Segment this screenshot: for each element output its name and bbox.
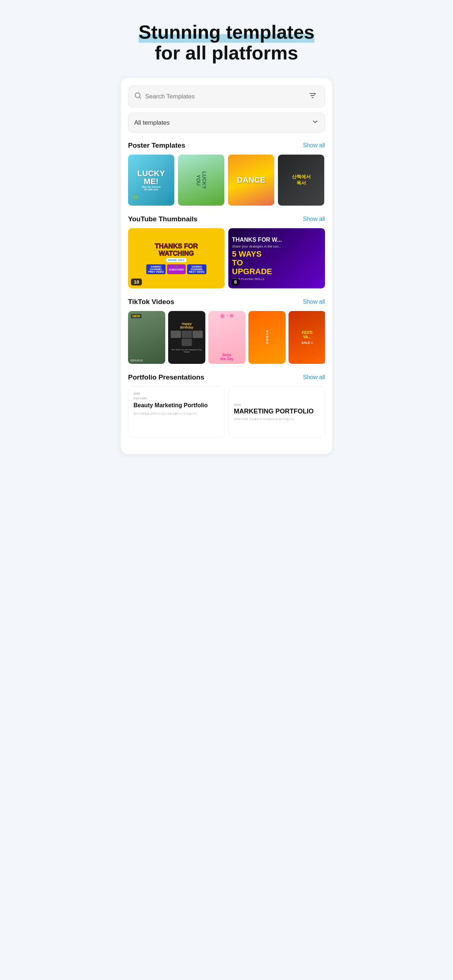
poster-card-2[interactable]: LUCKYYOU	[178, 154, 224, 205]
youtube-card-2[interactable]: THANKS FOR W... Share your strategies in…	[228, 228, 325, 288]
portfolio-section-title: Portfolio Presentations	[128, 373, 204, 381]
pp2-year: 20XX	[234, 403, 319, 407]
poster-section-header: Poster Templates Show all	[128, 142, 325, 150]
pp1-subtitle: 뷰티 마케팅을 공부하고 있는 대학교를 다니고 있습니다.	[134, 412, 219, 415]
pp1-name: KIM MIRI	[134, 397, 219, 400]
youtube-section-header: YouTube Thumbnails Show all	[128, 215, 325, 223]
tiktok-card-2[interactable]: HappyBirthday We Wish You the Happiest D…	[168, 311, 205, 364]
hero-section: Stunning templates for all platforms	[113, 0, 340, 75]
poster-2-label: LUCKYYOU	[196, 171, 207, 189]
poster-row: LUCKYME! May the fortunebe with you 🍀 LU…	[128, 154, 325, 205]
hero-plain: for all platforms	[155, 42, 298, 64]
tiktok-section: TikTok Videos Show all NEW 2024.02.01 Ha…	[128, 298, 325, 364]
tiktok-card-5[interactable]: FESTIVA... SALE »	[289, 311, 325, 364]
yt2-big: 5 WAYSTOUPGRADE	[232, 250, 272, 276]
poster-show-all-button[interactable]: Show all	[303, 142, 325, 149]
portfolio-card-1[interactable]: 2020 KIM MIRI Beauty Marketing Portfolio…	[128, 387, 225, 438]
tiktok-section-header: TikTok Videos Show all	[128, 298, 325, 306]
yt2-badge: 8	[231, 278, 239, 285]
youtube-card-1[interactable]: THANKS FORWATCHING MORE VIDS GAMINGCHANN…	[128, 228, 225, 288]
tt2-title: HappyBirthday	[180, 322, 194, 329]
search-icon	[134, 92, 142, 101]
yt1-badge: 10	[131, 278, 142, 285]
yt1-title: THANKS FORWATCHING	[155, 243, 198, 258]
poster-templates-section: Poster Templates Show all LUCKYME! May t…	[128, 142, 325, 205]
tt5-sale: SALE »	[301, 341, 313, 345]
hero-highlight: Stunning templates	[139, 22, 314, 43]
hero-title: Stunning templates for all platforms	[124, 22, 329, 64]
svg-point-5	[314, 93, 316, 95]
yt1-box2: 🎮SUBSCRIBE	[167, 264, 186, 274]
pp1-title: Beauty Marketing Portfolio	[134, 402, 219, 409]
youtube-row: THANKS FORWATCHING MORE VIDS GAMINGCHANN…	[128, 228, 325, 288]
tt1-badge: NEW	[131, 314, 142, 318]
portfolio-card-2[interactable]: 20XX MARKETING PORTFOLIO 20XX 마케팅 포트폴리오 …	[228, 387, 325, 438]
yt1-box3: GAMINGCHANNELNEXT VIDEO	[187, 264, 206, 274]
tiktok-card-3[interactable]: Seizethe Day	[208, 311, 246, 364]
chevron-down-icon	[311, 118, 319, 127]
poster-3-label: DANCE	[237, 175, 265, 185]
search-bar[interactable]	[128, 85, 325, 108]
poster-4-label: 산책에서독서	[292, 174, 311, 186]
portfolio-section: Portfolio Presentations Show all 2020 KI…	[128, 373, 325, 438]
tiktok-section-title: TikTok Videos	[128, 298, 174, 306]
template-dropdown[interactable]: All templates	[128, 113, 325, 133]
poster-card-4[interactable]: 산책에서독서	[278, 154, 324, 205]
tt1-date: 2024.02.01	[130, 359, 143, 362]
youtube-show-all-button[interactable]: Show all	[303, 216, 325, 223]
poster-card-3[interactable]: DANCE	[228, 154, 274, 205]
tiktok-card-4[interactable]: RANDO	[248, 311, 286, 364]
yt2-subtitle: Share your strategies in the con...	[232, 245, 281, 248]
poster-section-title: Poster Templates	[128, 142, 185, 150]
youtube-section: YouTube Thumbnails Show all THANKS FORWA…	[128, 215, 325, 288]
tiktok-show-all-button[interactable]: Show all	[303, 299, 325, 305]
yt1-box1: GAMINGCHANNELPREV VIDEO	[146, 264, 166, 274]
poster-card-1[interactable]: LUCKYME! May the fortunebe with you 🍀	[128, 154, 174, 205]
dropdown-label: All templates	[134, 119, 170, 127]
filter-button[interactable]	[306, 91, 319, 102]
tt4-text: RANDO	[266, 330, 269, 345]
svg-line-1	[139, 97, 141, 99]
yt1-subtitle: MORE VIDS	[166, 258, 187, 262]
tt2-date: We Wish You the Happiest Day Today!	[170, 348, 203, 353]
portfolio-show-all-button[interactable]: Show all	[303, 374, 325, 380]
tt5-title: FESTIVA...	[302, 331, 312, 339]
portfolio-section-header: Portfolio Presentations Show all	[128, 373, 325, 381]
tiktok-row: NEW 2024.02.01 HappyBirthday We Wish You…	[128, 311, 325, 364]
pp2-title: MARKETING PORTFOLIO	[234, 408, 319, 415]
youtube-section-title: YouTube Thumbnails	[128, 215, 197, 223]
pp1-year: 2020	[134, 392, 219, 395]
search-input[interactable]	[145, 93, 306, 100]
tt3-text: Seizethe Day	[220, 353, 233, 361]
main-card: All templates Poster Templates Show all …	[121, 78, 332, 454]
tiktok-card-1[interactable]: NEW 2024.02.01	[128, 311, 165, 364]
yt2-title: THANKS FOR W...	[232, 236, 282, 243]
portfolio-row: 2020 KIM MIRI Beauty Marketing Portfolio…	[128, 387, 325, 438]
pp2-subtitle: 20XX 마케팅 포트폴리오 프레젠테이션 페이지입니다.	[234, 417, 319, 421]
